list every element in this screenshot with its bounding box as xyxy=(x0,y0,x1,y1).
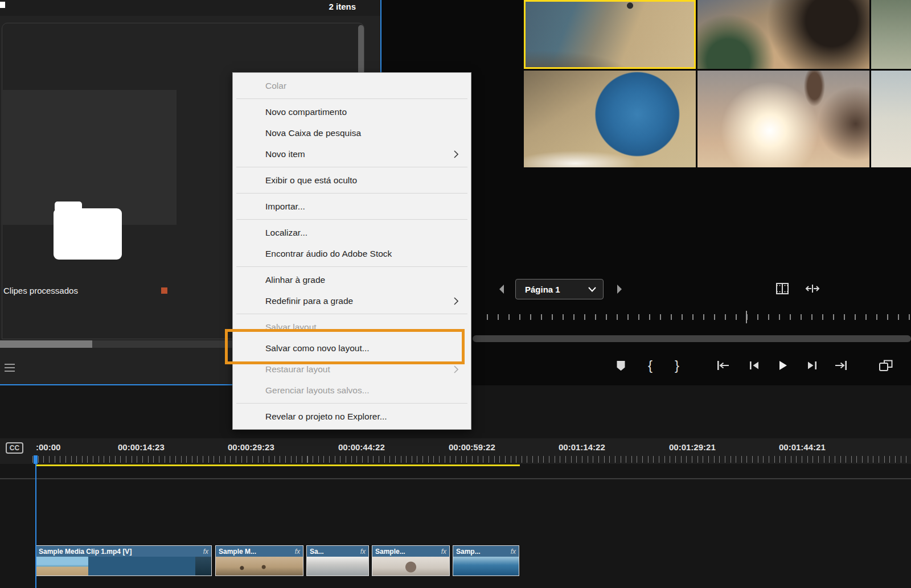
fx-badge: fx xyxy=(441,548,446,556)
playhead[interactable] xyxy=(35,455,36,588)
step-forward-icon xyxy=(807,361,817,370)
menu-item-encontrar-audio[interactable]: Encontrar áudio do Adobe Stock xyxy=(233,243,471,264)
menu-item-label: Redefinir para a grade xyxy=(265,296,353,306)
window-icon xyxy=(0,2,5,8)
menu-item-label: Salvar como novo layout... xyxy=(265,343,370,353)
menu-item-label: Nova Caixa de pesquisa xyxy=(265,128,361,138)
video-thumbnail[interactable] xyxy=(697,71,869,167)
timecode-label: 00:00:29:23 xyxy=(228,442,274,452)
expand-view-button[interactable] xyxy=(805,284,820,295)
menu-separator xyxy=(236,403,467,404)
fx-badge: fx xyxy=(203,548,208,556)
step-back-button[interactable] xyxy=(746,357,762,373)
go-to-out-icon xyxy=(835,360,847,371)
horizontal-scrollbar-thumb[interactable] xyxy=(0,340,92,348)
menu-item-label: Colar xyxy=(265,81,286,91)
mark-out-button[interactable]: } xyxy=(669,357,685,373)
menu-item-revelar-projeto[interactable]: Revelar o projeto no Explorer... xyxy=(233,406,471,427)
context-menu: Colar Novo compartimento Nova Caixa de p… xyxy=(232,72,471,430)
ruler-ticks[interactable] xyxy=(32,456,911,463)
clip-name: Sample M... xyxy=(219,548,293,556)
folder-label: Clipes processados xyxy=(3,286,78,295)
submenu-arrow-icon xyxy=(454,365,458,373)
folder-tile[interactable]: Clipes processados xyxy=(1,90,177,225)
menu-item-alinhar-a-grade[interactable]: Alinhar à grade xyxy=(233,269,471,290)
playhead-handle[interactable] xyxy=(34,455,38,464)
project-panel-header: 2 itens xyxy=(0,0,380,16)
menu-separator xyxy=(236,98,467,99)
timeline-clip[interactable]: Sample Media Clip 1.mp4 [V] fx xyxy=(35,545,212,576)
filmstrip-view-button[interactable] xyxy=(775,282,789,297)
video-thumbnail[interactable] xyxy=(697,0,869,69)
menu-item-label: Encontrar áudio do Adobe Stock xyxy=(265,249,392,259)
step-forward-button[interactable] xyxy=(804,357,820,373)
menu-separator xyxy=(236,193,467,194)
monitor-ruler-marker xyxy=(746,311,747,323)
go-to-in-button[interactable] xyxy=(715,357,731,373)
chevron-right-icon xyxy=(615,283,624,295)
menu-item-label: Localizar... xyxy=(265,228,307,238)
clip-name: Sample Media Clip 1.mp4 [V] xyxy=(39,548,201,556)
page-selector-dropdown[interactable]: Página 1 xyxy=(515,279,604,299)
menu-item-exibir-oculto[interactable]: Exibir o que está oculto xyxy=(233,170,471,191)
clip-thumbnail-strip xyxy=(453,557,519,575)
menu-separator xyxy=(236,266,467,267)
play-icon xyxy=(778,360,787,371)
video-thumbnail-selected[interactable] xyxy=(524,0,696,69)
work-area-bar[interactable] xyxy=(35,464,520,466)
mark-in-icon: { xyxy=(648,357,653,373)
menu-item-salvar-layout: Salvar layout xyxy=(233,316,471,338)
chevron-down-icon xyxy=(588,287,596,292)
clip-thumbnail xyxy=(195,557,211,575)
timeline-clip[interactable]: Sa... fx xyxy=(306,545,369,576)
export-frame-icon xyxy=(879,360,893,371)
menu-item-novo-compartimento[interactable]: Novo compartimento xyxy=(233,101,471,122)
next-page-button[interactable] xyxy=(615,283,624,297)
clip-label-bar: Sample Media Clip 1.mp4 [V] fx xyxy=(36,546,211,557)
menu-item-salvar-como-novo-layout[interactable]: Salvar como novo layout... xyxy=(233,338,471,359)
menu-item-label: Alinhar à grade xyxy=(265,275,325,285)
menu-item-label: Novo item xyxy=(265,149,305,159)
timecode-label: 00:00:59:22 xyxy=(449,442,495,452)
menu-item-redefinir-para-grade[interactable]: Redefinir para a grade xyxy=(233,290,471,311)
monitor-scrollbar[interactable] xyxy=(473,335,911,342)
video-thumbnail[interactable] xyxy=(871,71,911,167)
mark-in-button[interactable]: { xyxy=(642,357,658,373)
timeline-clip[interactable]: Samp... fx xyxy=(453,545,519,576)
menu-item-nova-caixa-de-pesquisa[interactable]: Nova Caixa de pesquisa xyxy=(233,122,471,143)
label-color-badge xyxy=(161,287,167,294)
folder-icon xyxy=(54,202,123,261)
clip-label-bar: Samp... fx xyxy=(453,546,519,557)
export-frame-button[interactable] xyxy=(878,357,894,373)
timeline-clip[interactable]: Sample... fx xyxy=(372,545,450,576)
menu-item-label: Restaurar layout xyxy=(265,364,330,375)
clip-thumbnail-strip xyxy=(307,557,368,575)
vertical-scrollbar[interactable] xyxy=(358,25,364,80)
timecode-label: 00:00:14:23 xyxy=(118,442,165,452)
menu-item-importar[interactable]: Importar... xyxy=(233,196,471,217)
video-thumbnail[interactable] xyxy=(524,71,696,167)
video-thumbnail[interactable] xyxy=(871,0,911,69)
play-button[interactable] xyxy=(775,357,791,373)
clip-name: Samp... xyxy=(456,548,508,556)
fx-badge: fx xyxy=(360,548,366,556)
closed-captions-badge: CC xyxy=(6,442,23,454)
menu-item-label: Gerenciar layouts salvos... xyxy=(265,385,370,396)
menu-item-label: Importar... xyxy=(265,202,305,212)
clip-thumbnail xyxy=(36,557,88,575)
menu-item-localizar[interactable]: Localizar... xyxy=(233,222,471,243)
mark-out-icon: } xyxy=(675,357,679,373)
menu-item-novo-item[interactable]: Novo item xyxy=(233,143,471,165)
go-to-out-button[interactable] xyxy=(833,357,849,373)
timecode-label: 00:00:44:22 xyxy=(338,442,385,452)
monitor-ruler[interactable] xyxy=(487,314,911,320)
timeline-clip[interactable]: Sample M... fx xyxy=(215,545,303,576)
submenu-arrow-icon xyxy=(454,297,458,305)
fx-badge: fx xyxy=(511,548,516,556)
add-marker-button[interactable] xyxy=(613,357,629,373)
clip-thumbnail-strip xyxy=(372,557,449,575)
previous-page-button[interactable] xyxy=(497,283,506,297)
panel-menu-icon[interactable] xyxy=(5,364,15,365)
track-divider xyxy=(0,478,911,479)
fx-badge: fx xyxy=(295,548,300,556)
